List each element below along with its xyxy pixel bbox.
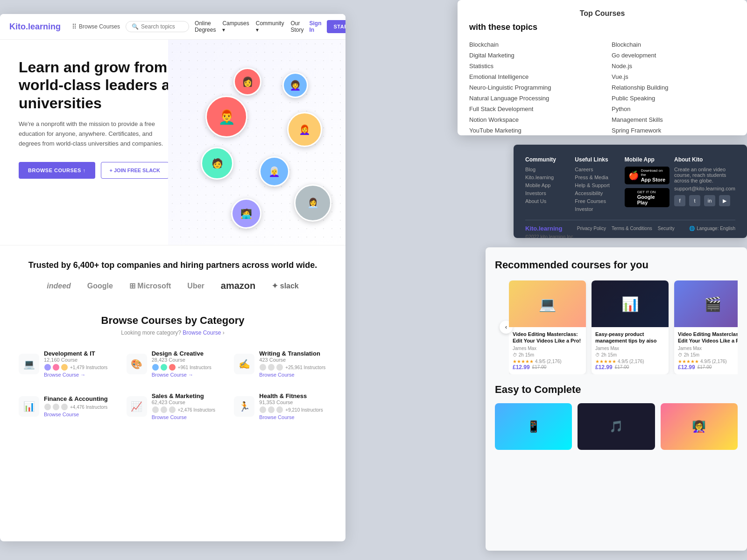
footer-blog[interactable]: Blog — [525, 167, 570, 172]
list-item: 🎬 Video Editing Masterclass: Edit Your V… — [674, 280, 738, 374]
cat-name-sales: Sales & Marketing — [152, 392, 215, 399]
topic-statistics[interactable]: Statistics — [469, 61, 593, 71]
browse-courses-button[interactable]: BROWSE COURSES ↑ — [19, 162, 95, 179]
footer-free-courses[interactable]: Free Courses — [575, 198, 620, 204]
courses-carousel: ‹ 💻 Video Editing Masterclass: Edit Your… — [495, 280, 738, 374]
footer-terms[interactable]: Terms & Conditions — [612, 226, 652, 231]
youtube-icon[interactable]: ▶ — [719, 195, 730, 206]
footer-security[interactable]: Security — [658, 226, 675, 231]
twitter-icon[interactable]: t — [689, 195, 700, 206]
footer-accessibility[interactable]: Accessibility — [575, 190, 620, 196]
category-browse-link[interactable]: Browse Course — [183, 329, 221, 336]
cat-browse-dev[interactable]: Browse Course → — [44, 372, 107, 378]
topic-blockchain-2[interactable]: Blockchain — [612, 39, 735, 50]
footer-kito-learning[interactable]: Kito.learning — [525, 175, 570, 180]
courses-panel: Recommended courses for you ‹ 💻 Video Ed… — [486, 247, 747, 551]
top-courses-label: Top Courses — [469, 9, 735, 18]
app-store-label: App Store — [641, 177, 666, 182]
topic-public-speaking[interactable]: Public Speaking — [612, 93, 735, 104]
footer-careers[interactable]: Careers — [575, 167, 620, 172]
footer-privacy[interactable]: Privacy Policy — [577, 226, 606, 231]
course-thumb-2: 📊 — [592, 280, 669, 327]
start-learning-button[interactable]: START LEARNING — [327, 20, 345, 33]
nav-our-story[interactable]: Our Story — [290, 20, 303, 33]
course-author-2: James Max — [595, 346, 665, 351]
category-title: Browse Courses by Category — [14, 315, 331, 327]
category-subtitle: Looking more category? Browse Course › — [14, 329, 331, 336]
design-icon: 🎨 — [127, 354, 147, 374]
cat-browse-writing[interactable]: Browse Course — [259, 372, 325, 378]
topic-nlp-neuro[interactable]: Neuro-Linguistic Programming — [469, 82, 593, 93]
indeed-logo: indeed — [47, 282, 71, 290]
topic-spring[interactable]: Spring Framework — [612, 125, 735, 135]
topic-digital-marketing[interactable]: Digital Marketing — [469, 50, 593, 61]
footer-investor[interactable]: Investor — [575, 206, 620, 212]
topic-relationship[interactable]: Relationship Building — [612, 82, 735, 93]
topic-blockchain-1[interactable]: Blockchain — [469, 39, 593, 50]
nav-community[interactable]: Community — [256, 20, 284, 33]
browse-courses-btn-label: BROWSE COURSES ↑ — [28, 168, 86, 173]
course-author-1: James Max — [513, 346, 582, 351]
browse-courses-nav-btn[interactable]: ⠿ Browse Courses — [72, 23, 120, 30]
footer-press[interactable]: Press & Media — [575, 175, 620, 180]
logo[interactable]: Kito.learning — [9, 22, 61, 32]
course-rating-2: ★★★★★4.9/5 (2,176) — [595, 359, 665, 364]
nav-online-degrees[interactable]: Online Degrees — [195, 20, 216, 33]
cat-browse-health[interactable]: Browse Course — [259, 414, 323, 420]
cat-count-writing: 423 Course — [259, 357, 325, 363]
footer-investors[interactable]: Investors — [525, 190, 570, 196]
cat-browse-design[interactable]: Browse Course → — [152, 372, 211, 378]
course-price-2: £12.99 — [595, 364, 613, 371]
course-old-price-2: £17.00 — [615, 364, 629, 370]
writing-icon: ✍️ — [234, 354, 254, 374]
course-meta-3: ⏱ 2h 15m — [678, 352, 738, 357]
topic-nlp[interactable]: Natural Language Processing — [469, 93, 593, 104]
amazon-logo: amazon — [221, 280, 255, 291]
join-slack-button[interactable]: + JOIN FREE SLACK — [101, 162, 169, 179]
search-input[interactable] — [141, 23, 183, 30]
mobile-badges: 🍎 Download on the App Store ▶ GET IT ON … — [625, 167, 669, 207]
footer-email[interactable]: support@kito.learning.com — [674, 186, 735, 191]
cat-browse-sales[interactable]: Browse Course — [152, 414, 215, 420]
signin-button[interactable]: Sign In — [309, 20, 321, 33]
cat-instructors-finance: +4,476 Instructors — [44, 403, 108, 411]
nav-campuses[interactable]: Campuses — [222, 20, 249, 33]
cat-name-finance: Finance & Accounting — [44, 395, 108, 402]
footer-mobile-title: Mobile App — [625, 156, 669, 163]
search-box[interactable]: 🔍 — [126, 21, 189, 32]
google-play-badge[interactable]: ▶ GET IT ON Google Play — [625, 188, 669, 207]
cat-name-writing: Writing & Translation — [259, 350, 325, 357]
footer-useful-col: Useful Links Careers Press & Media Help … — [575, 156, 620, 214]
topics-col-2: Blockchain Go development Node.js Vue.js… — [612, 39, 735, 135]
company-logos: indeed Google ⊞ Microsoft Uber amazon ✦ … — [19, 280, 327, 291]
app-store-badge[interactable]: 🍎 Download on the App Store — [625, 167, 669, 184]
instagram-icon[interactable]: in — [704, 195, 715, 206]
topic-management[interactable]: Management Skills — [612, 114, 735, 125]
easy-card-2: 🎵 — [578, 403, 655, 450]
footer-help[interactable]: Help & Support — [575, 182, 620, 188]
cat-browse-finance[interactable]: Browse Course — [44, 412, 108, 417]
sales-icon: 📈 — [127, 396, 147, 417]
google-play-sub: GET IT ON — [637, 190, 666, 194]
trusted-title: Trusted by 6,400+ top companies and hiri… — [19, 259, 327, 271]
topic-emotional[interactable]: Emotional Intelligence — [469, 71, 593, 82]
topic-fullstack[interactable]: Full Stack Development — [469, 104, 593, 114]
trusted-section: Trusted by 6,400+ top companies and hiri… — [0, 245, 345, 301]
cat-instructors-design: +961 Instructors — [152, 364, 211, 371]
recommended-title: Recommended courses for you — [495, 259, 738, 271]
list-item: 📊 Easy-peasy product management tips by … — [592, 280, 669, 374]
facebook-icon[interactable]: f — [674, 195, 685, 206]
category-section: Browse Courses by Category Looking more … — [0, 301, 345, 434]
social-icons: f t in ▶ — [674, 195, 735, 206]
topic-nodejs[interactable]: Node.js — [612, 61, 735, 71]
topic-python[interactable]: Python — [612, 104, 735, 114]
topic-vuejs[interactable]: Vue.js — [612, 71, 735, 82]
course-price-3: £12.99 — [678, 364, 695, 371]
footer-mobile-app[interactable]: Mobile App — [525, 182, 570, 188]
topic-go[interactable]: Go development — [612, 50, 735, 61]
topic-youtube[interactable]: YouTube Marketing — [469, 125, 593, 135]
footer-language[interactable]: 🌐 Language: English — [689, 226, 735, 231]
footer-about-us[interactable]: About Us — [525, 198, 570, 204]
topic-notion[interactable]: Notion Workspace — [469, 114, 593, 125]
list-item: 💻 Development & IT 12,160 Course +1,479 … — [14, 345, 116, 382]
